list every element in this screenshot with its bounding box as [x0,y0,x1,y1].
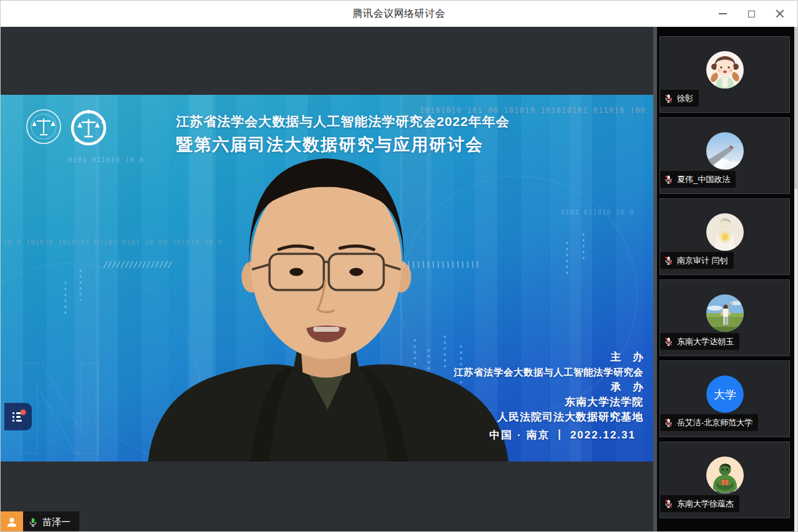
avatar-hulk-reading [706,457,744,494]
participant-tile[interactable]: 大学 岳艾洁-北京师范大学 [659,360,790,437]
self-name-chip: 苗泽一 [23,511,79,532]
slide-footer: 中国 · 南京 丨 2022.12.31 [454,428,643,443]
tech-ring-scales-icon [69,109,108,147]
sidebar-resize-handle[interactable] [653,27,657,532]
avatar-anime-moon [706,213,744,251]
muted-mic-icon [664,418,673,427]
scrollbar-thumb[interactable] [794,27,798,189]
speaker-video: N [1,95,653,462]
participant-tile[interactable]: 东南大学徐蕴杰 [659,442,790,518]
participant-chip: 岳艾洁-北京师范大学 [660,414,758,431]
avatar-blue-text-badge: 大学 [706,375,744,413]
avatar-grassland-person [706,294,744,332]
slide-title-block: 江苏省法学会大数据与人工智能法学研究会2022年年会 暨第六届司法大数据研究与应… [176,113,510,156]
close-button[interactable] [771,5,789,22]
avatar-airplane-wing [706,132,744,170]
host-value: 江苏省法学会大数据与人工智能法学研究会 [454,365,643,380]
minimize-icon [719,13,727,14]
binary-deco-top-right: 10101010 101 00 101010 101010101 011010 … [420,106,646,115]
member-icon [6,516,18,528]
participants-sidebar: 徐彰 [653,27,798,532]
member-list-button[interactable] [1,511,23,532]
slide-title-line1: 江苏省法学会大数据与人工智能法学研究会2022年年会 [176,113,510,130]
participant-name: 南京审计 闫钊 [677,255,728,266]
muted-mic-icon [664,337,673,346]
window-controls [714,1,789,27]
participant-tiles: 徐彰 [659,36,790,523]
participant-name: 东南大学徐蕴杰 [677,498,734,510]
participant-name: 徐彰 [677,93,693,104]
slide-host-block: 主 办 江苏省法学会大数据与人工智能法学研究会 承 办 东南大学法学院 人民法院… [454,350,643,443]
muted-mic-icon [664,94,673,103]
organizer-label: 承 办 [454,380,648,395]
participant-tile[interactable]: 南京审计 闫钊 [659,198,790,275]
svg-text:大学: 大学 [714,389,736,401]
main-speaker-stage: N [1,27,653,532]
minimize-button[interactable] [714,5,731,22]
avatar-cartoon-boy-eating [706,51,744,89]
svg-text:N: N [12,335,107,462]
chat-list-button[interactable] [4,403,32,430]
sidebar-scrollbar[interactable] [794,27,798,532]
window-title: 腾讯会议网络研讨会 [353,7,445,21]
binary-deco-left-1: 0101 011010 10 0 [68,156,144,164]
binary-deco-right-1: 0101 011010 10 0 [561,208,634,216]
dash-deco-left: //////////////// [103,259,174,269]
participant-name: 岳艾洁-北京师范大学 [677,417,752,428]
host-label: 主 办 [454,350,648,365]
participant-chip: 东南大学达朝玉 [660,333,739,350]
participant-tile[interactable]: 东南大学达朝玉 [659,279,790,356]
meeting-window: 腾讯会议网络研讨会 N [0,0,798,532]
participant-tile[interactable]: 徐彰 [659,36,790,113]
self-name: 苗泽一 [42,516,71,528]
participant-name: 夏伟_中国政法 [677,174,730,185]
participant-name: 东南大学达朝玉 [677,336,734,347]
participant-chip: 徐彰 [660,90,699,107]
slide-title-line2: 暨第六届司法大数据研究与应用研讨会 [176,133,510,156]
maximize-icon [748,11,755,17]
chat-list-icon [10,409,27,425]
dash-deco-right: \\\\\\\\\\\\\\\\ [401,259,482,269]
close-icon [776,9,784,18]
muted-mic-icon [664,175,673,184]
mic-on-icon [28,517,38,527]
maximize-button[interactable] [742,5,760,22]
self-view-bar: 苗泽一 [1,511,79,532]
participant-chip: 夏伟_中国政法 [660,171,736,188]
university-seal-scales-icon [26,109,62,145]
organizer-value1: 东南大学法学院 [454,395,643,410]
muted-mic-icon [664,256,673,265]
title-bar[interactable]: 腾讯会议网络研讨会 [1,1,797,27]
participant-chip: 南京审计 闫钊 [660,252,734,269]
notification-red-dot [20,409,26,415]
muted-mic-icon [664,499,673,508]
participant-tile[interactable]: 夏伟_中国政法 [659,117,790,194]
binary-deco-left-2: 10 0 101010 1010101 01101 0101 10 00 101… [3,238,222,246]
participant-chip: 东南大学徐蕴杰 [660,495,739,512]
organizer-value2: 人民法院司法大数据研究基地 [454,410,643,425]
